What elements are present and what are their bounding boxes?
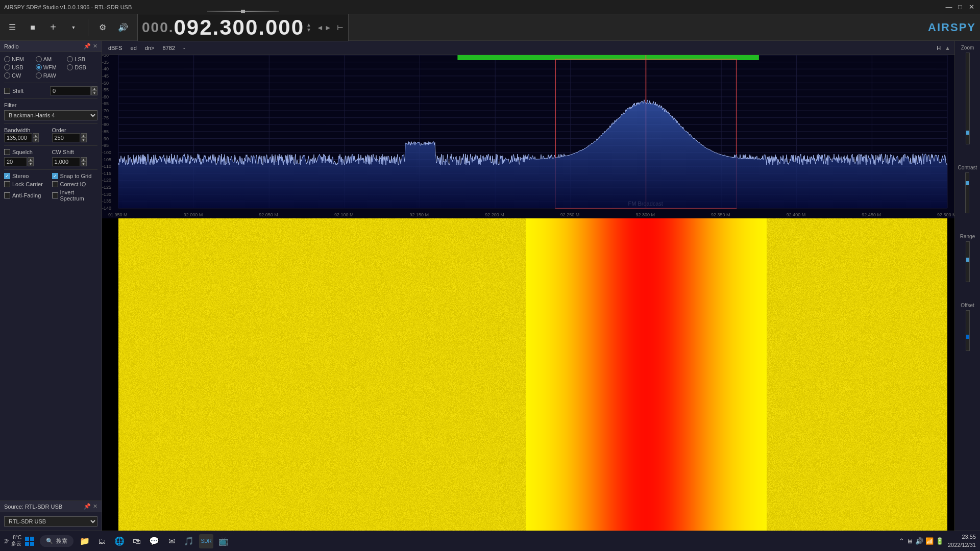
freq-up-arrow[interactable]: ▲ bbox=[306, 22, 312, 28]
source-close-icon[interactable]: ✕ bbox=[93, 503, 97, 510]
temperature: -8°C bbox=[11, 535, 21, 540]
taskbar-spotify-icon[interactable]: 🎵 bbox=[182, 534, 196, 548]
freq-slider-bar[interactable] bbox=[207, 11, 279, 12]
freq-slider-thumb[interactable] bbox=[241, 10, 245, 13]
mode-am[interactable]: AM bbox=[36, 56, 66, 62]
shift-up[interactable]: ▲ bbox=[91, 86, 97, 91]
radio-btn-usb[interactable] bbox=[4, 64, 10, 70]
taskbar-edge-icon[interactable]: 🌐 bbox=[112, 534, 127, 548]
squelch-checkbox[interactable] bbox=[4, 149, 10, 155]
chevron-up-icon[interactable]: ⌃ bbox=[899, 537, 904, 545]
sq-down[interactable]: ▼ bbox=[28, 162, 34, 166]
pin-icon[interactable]: 📌 bbox=[84, 43, 91, 49]
weather-widget[interactable]: 🌫 -8°C 多云 bbox=[4, 535, 21, 547]
dn-label[interactable]: dn> bbox=[143, 44, 157, 52]
range-slider[interactable] bbox=[966, 241, 970, 282]
windows-icon bbox=[24, 536, 35, 546]
radio-btn-lsb[interactable] bbox=[67, 56, 73, 62]
source-select[interactable]: RTL-SDR USB Airspy HF+ Airspy Mini bbox=[4, 516, 97, 527]
taskbar-mail-icon[interactable]: ✉ bbox=[164, 534, 179, 548]
airspy-logo: AIRSPY bbox=[928, 21, 976, 34]
wifi-icon[interactable]: 📶 bbox=[925, 537, 934, 545]
source-pin-icon[interactable]: 📌 bbox=[84, 503, 91, 510]
minimize-button[interactable]: — bbox=[944, 3, 953, 12]
taskbar-folder-icon[interactable]: 🗂 bbox=[95, 534, 109, 548]
taskbar-clock[interactable]: 23:55 2022/12/31 bbox=[948, 533, 976, 549]
sq-up[interactable]: ▲ bbox=[28, 157, 34, 162]
mode-nfm[interactable]: NFM bbox=[4, 56, 35, 62]
taskbar-teams-icon[interactable]: 💬 bbox=[147, 534, 161, 548]
cw-up[interactable]: ▲ bbox=[81, 157, 87, 162]
radio-btn-wfm[interactable] bbox=[36, 64, 42, 70]
waterfall-container[interactable] bbox=[102, 218, 954, 531]
radio-btn-dsb[interactable] bbox=[67, 64, 73, 70]
battery-icon[interactable]: 🔋 bbox=[936, 537, 944, 545]
mode-usb[interactable]: USB bbox=[4, 64, 35, 70]
invert-spectrum-checkbox[interactable] bbox=[52, 192, 58, 198]
bw-down[interactable]: ▼ bbox=[33, 138, 39, 142]
order-up[interactable]: ▲ bbox=[81, 133, 87, 138]
freq-display[interactable]: 000. 092.300.000 ▲ ▼ ◄► ⊢ bbox=[137, 14, 349, 41]
radio-btn-cw[interactable] bbox=[4, 72, 10, 79]
separator-4 bbox=[4, 145, 97, 146]
start-button[interactable] bbox=[21, 533, 38, 549]
freq-updown[interactable]: ▲ ▼ bbox=[306, 22, 312, 33]
audio-icon: 🔊 bbox=[118, 22, 128, 32]
radio-btn-am[interactable] bbox=[36, 56, 42, 62]
menu-button[interactable]: ☰ bbox=[4, 19, 20, 36]
titlebar: AIRSPY SDR# Studio v1.0.0.1906 - RTL-SDR… bbox=[0, 0, 980, 14]
mode-dsb[interactable]: DSB bbox=[67, 64, 97, 70]
stereo-snap-row: Stereo Snap to Grid bbox=[4, 173, 97, 181]
ed-label[interactable]: ed bbox=[129, 44, 139, 52]
order-input[interactable] bbox=[52, 133, 80, 142]
audio-button[interactable]: 🔊 bbox=[115, 19, 131, 36]
waterfall-canvas[interactable] bbox=[102, 218, 954, 531]
maximize-button[interactable]: □ bbox=[955, 3, 965, 12]
taskbar-store-icon[interactable]: 🛍 bbox=[130, 534, 144, 548]
taskbar-app-icon[interactable]: 📺 bbox=[216, 534, 231, 548]
mode-raw[interactable]: RAW bbox=[36, 72, 66, 79]
source-panel-body: RTL-SDR USB Airspy HF+ Airspy Mini bbox=[0, 512, 102, 531]
weather-info: -8°C 多云 bbox=[11, 535, 21, 547]
taskbar-explorer-icon[interactable]: 📁 bbox=[78, 534, 92, 548]
shift-input[interactable] bbox=[50, 86, 91, 95]
radio-btn-raw[interactable] bbox=[36, 72, 42, 79]
correct-iq-checkbox[interactable] bbox=[52, 181, 58, 187]
range-thumb bbox=[966, 258, 969, 262]
taskbar-sdr-icon[interactable]: SDR bbox=[199, 534, 213, 548]
zoom-slider[interactable] bbox=[966, 53, 970, 144]
snap-checkbox[interactable] bbox=[52, 173, 58, 179]
filter-select[interactable]: Blackman-Harris 4 Rectangular Hann Hammi… bbox=[4, 110, 97, 120]
panel-close-icon[interactable]: ✕ bbox=[93, 43, 97, 49]
speaker-icon[interactable]: 🔊 bbox=[915, 537, 923, 545]
contrast-slider[interactable] bbox=[965, 172, 969, 213]
cw-down[interactable]: ▼ bbox=[81, 162, 87, 166]
freq-down-arrow[interactable]: ▼ bbox=[306, 28, 312, 33]
spectrum-container[interactable] bbox=[102, 55, 954, 218]
bw-up[interactable]: ▲ bbox=[33, 133, 39, 138]
shift-down[interactable]: ▼ bbox=[91, 91, 97, 95]
anti-fading-checkbox[interactable] bbox=[4, 192, 10, 198]
network-icon[interactable]: 🖥 bbox=[906, 537, 913, 545]
add-button[interactable]: + bbox=[45, 19, 61, 36]
search-bar[interactable]: 🔍 搜索 bbox=[40, 535, 74, 547]
bandwidth-input[interactable] bbox=[4, 133, 32, 142]
order-down[interactable]: ▼ bbox=[81, 138, 87, 142]
cw-shift-input[interactable] bbox=[52, 157, 80, 166]
freq-center-icon[interactable]: ⊢ bbox=[337, 23, 344, 32]
settings-button[interactable]: ⚙ bbox=[94, 19, 111, 36]
close-button[interactable]: ✕ bbox=[967, 3, 976, 12]
add-dropdown-button[interactable]: ▼ bbox=[65, 19, 82, 36]
mode-lsb[interactable]: LSB bbox=[67, 56, 97, 62]
freq-left-icon[interactable]: ◄► bbox=[316, 23, 333, 32]
lock-carrier-checkbox[interactable] bbox=[4, 181, 10, 187]
spectrum-canvas[interactable] bbox=[102, 55, 954, 218]
mode-wfm[interactable]: WFM bbox=[36, 64, 66, 70]
stop-button[interactable]: ■ bbox=[24, 19, 41, 36]
shift-checkbox[interactable] bbox=[4, 88, 10, 94]
radio-btn-nfm[interactable] bbox=[4, 56, 10, 62]
stereo-checkbox[interactable] bbox=[4, 173, 10, 179]
squelch-input[interactable] bbox=[4, 157, 27, 166]
offset-slider[interactable] bbox=[966, 310, 970, 351]
mode-cw[interactable]: CW bbox=[4, 72, 35, 79]
